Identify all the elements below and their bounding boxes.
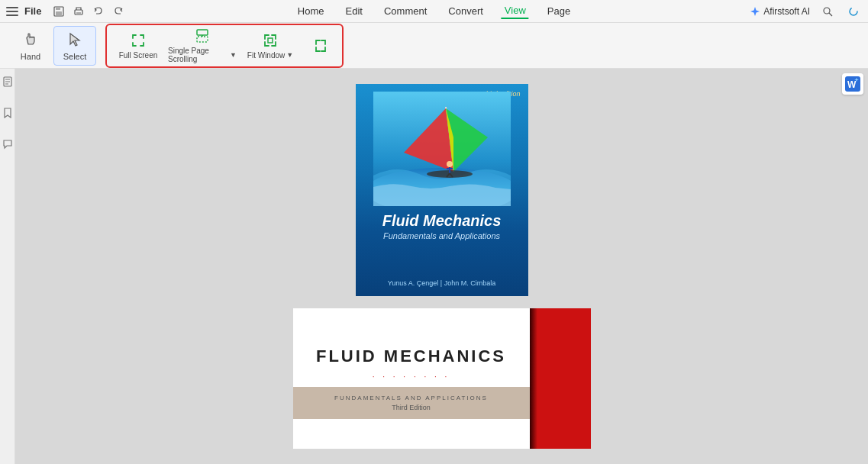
- svg-rect-2: [56, 11, 62, 15]
- book-cover-2: FLUID MECHANICS · · · · · · · · FUNDAMEN…: [293, 308, 591, 449]
- hamburger-menu-icon[interactable]: [6, 7, 18, 16]
- full-screen-icon: [130, 32, 147, 49]
- view-toolbar-group: Full Screen Single Page Scrolling ▼: [105, 24, 344, 68]
- book2-title: FLUID MECHANICS: [316, 346, 506, 366]
- fit-window-dropdown-arrow: ▼: [286, 51, 293, 59]
- ai-assistant-floating-button[interactable]: W: [842, 73, 863, 95]
- select-tool-button[interactable]: Select: [53, 26, 96, 66]
- search-button[interactable]: [819, 3, 836, 20]
- book2-subtitle: FUNDAMENTALS AND APPLICATIONS: [293, 395, 530, 401]
- expand-view-icon: [312, 37, 329, 54]
- ai-word-icon: W: [845, 76, 860, 92]
- svg-rect-4: [76, 12, 81, 14]
- undo-icon: [93, 6, 104, 17]
- menu-bar-right: Afirstsoft AI: [750, 3, 862, 20]
- save-button[interactable]: [50, 3, 67, 20]
- menu-edit[interactable]: Edit: [343, 4, 366, 18]
- toolbar: Hand Select Full Screen: [0, 23, 868, 69]
- menu-bar: File: [0, 0, 868, 23]
- single-page-scrolling-label: Single Page Scrolling: [168, 47, 228, 63]
- cursor-icon: [66, 31, 83, 50]
- hand-icon: [22, 31, 39, 50]
- fit-window-button[interactable]: Fit Window ▼: [240, 27, 301, 65]
- menu-bar-center: Home Edit Comment Convert View Page: [295, 3, 573, 19]
- left-sidebar: [0, 69, 15, 464]
- menu-home[interactable]: Home: [295, 4, 328, 18]
- ai-label: Afirstsoft AI: [763, 6, 810, 17]
- ai-star-icon: [750, 6, 760, 17]
- redo-icon: [113, 6, 124, 17]
- book1-authors: Yunus A. Çengel | John M. Cimbala: [388, 279, 495, 287]
- toolbar-left-group: Hand Select: [9, 26, 96, 66]
- svg-point-24: [447, 161, 453, 167]
- svg-line-7: [829, 13, 832, 16]
- undo-button[interactable]: [90, 3, 107, 20]
- select-label: Select: [63, 52, 87, 61]
- svg-marker-5: [750, 7, 760, 16]
- fit-window-label-group: Fit Window ▼: [247, 51, 293, 60]
- save-icon: [53, 6, 64, 17]
- svg-rect-1: [56, 7, 60, 10]
- book2-white-cover: FLUID MECHANICS · · · · · · · · FUNDAMEN…: [293, 308, 530, 449]
- single-page-scrolling-button[interactable]: Single Page Scrolling ▼: [168, 27, 237, 65]
- menu-bar-left: File: [6, 3, 127, 20]
- print-icon: [73, 6, 84, 17]
- menu-comment[interactable]: Comment: [381, 4, 430, 18]
- svg-point-6: [824, 8, 830, 14]
- sidebar-bookmark-icon[interactable]: [2, 108, 13, 121]
- book2-dots: · · · · · · · ·: [373, 372, 450, 381]
- svg-text:W: W: [847, 79, 857, 90]
- more-view-button[interactable]: [304, 27, 337, 65]
- single-page-label-group: Single Page Scrolling ▼: [168, 47, 237, 63]
- main-content: Third Edition: [15, 69, 868, 464]
- file-menu[interactable]: File: [24, 5, 41, 17]
- sidebar-comment-icon[interactable]: [2, 139, 13, 152]
- redo-button[interactable]: [110, 3, 127, 20]
- sidebar-pages-icon[interactable]: [2, 76, 13, 89]
- svg-point-8: [850, 8, 857, 15]
- book1-title: Fluid Mechanics: [382, 212, 502, 230]
- book2-edition: Third Edition: [293, 404, 530, 411]
- search-icon: [822, 6, 833, 17]
- ai-assistant-button[interactable]: Afirstsoft AI: [750, 6, 810, 17]
- windsurfer-illustration: [373, 92, 511, 206]
- hand-label: Hand: [21, 52, 40, 61]
- spinner-icon: [848, 6, 859, 17]
- svg-rect-10: [197, 37, 208, 42]
- book2-subtitle-area: FUNDAMENTALS AND APPLICATIONS Third Edit…: [293, 387, 530, 419]
- svg-rect-9: [197, 30, 208, 35]
- single-page-scroll-icon: [194, 27, 211, 44]
- print-button[interactable]: [70, 3, 87, 20]
- menu-convert[interactable]: Convert: [445, 4, 486, 18]
- book1-subtitle: Fundamentals and Applications: [383, 231, 500, 240]
- full-screen-label: Full Screen: [119, 51, 158, 60]
- menu-page[interactable]: Page: [544, 4, 573, 18]
- hand-tool-button[interactable]: Hand: [9, 26, 52, 66]
- menu-view[interactable]: View: [502, 3, 529, 19]
- fit-window-label: Fit Window: [247, 51, 285, 60]
- full-screen-button[interactable]: Full Screen: [111, 27, 165, 65]
- book2-red-cover: [530, 308, 591, 449]
- svg-rect-12: [268, 38, 273, 43]
- book-cover-1: Third Edition: [356, 84, 528, 296]
- spinner-button[interactable]: [845, 3, 862, 20]
- fit-window-icon: [262, 32, 279, 49]
- single-page-dropdown-arrow: ▼: [230, 51, 237, 59]
